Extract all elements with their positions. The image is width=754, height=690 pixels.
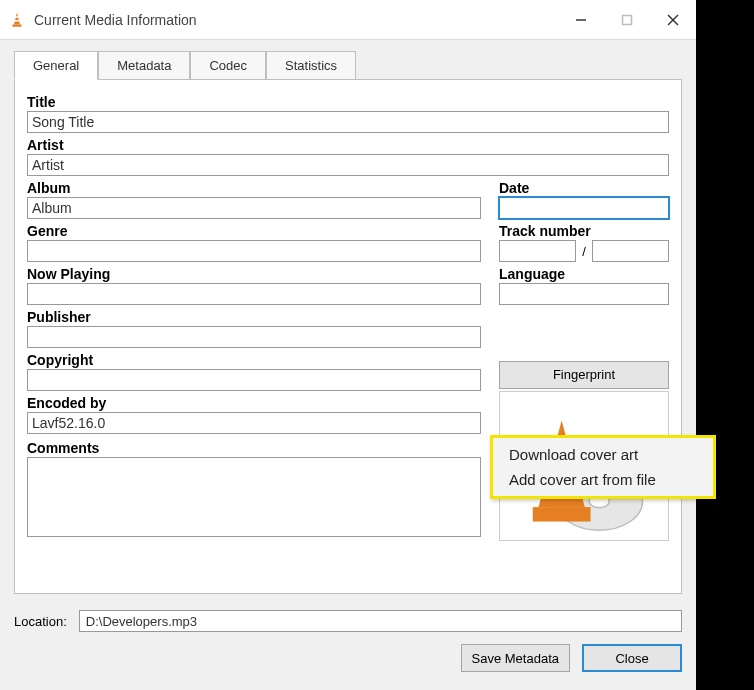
svg-rect-2 bbox=[14, 20, 19, 22]
fingerprint-cell: Fingerprint bbox=[499, 348, 669, 391]
date-label: Date bbox=[499, 180, 669, 196]
location-label: Location: bbox=[14, 614, 67, 629]
comments-label: Comments bbox=[27, 440, 481, 456]
artist-group: Artist bbox=[27, 133, 669, 176]
cover-art-context-menu: Download cover art Add cover art from fi… bbox=[490, 435, 716, 499]
encoded-by-label: Encoded by bbox=[27, 395, 481, 411]
titlebar-controls bbox=[558, 0, 696, 39]
media-info-window: Current Media Information General Metada… bbox=[0, 0, 696, 690]
vlc-cone-icon bbox=[8, 11, 26, 29]
date-group: Date bbox=[499, 176, 669, 219]
svg-rect-1 bbox=[15, 16, 19, 18]
comments-textarea[interactable] bbox=[27, 457, 481, 537]
window-close-button[interactable] bbox=[650, 0, 696, 39]
track-total-input[interactable] bbox=[592, 240, 669, 262]
track-number-label: Track number bbox=[499, 223, 669, 239]
maximize-icon bbox=[621, 14, 633, 26]
title-group: Title bbox=[27, 90, 669, 133]
now-playing-input[interactable] bbox=[27, 283, 481, 305]
genre-group: Genre bbox=[27, 219, 481, 262]
tabpanel-general: Title Artist Album Date bbox=[14, 79, 682, 594]
tab-codec[interactable]: Codec bbox=[190, 51, 266, 80]
language-input[interactable] bbox=[499, 283, 669, 305]
copyright-label: Copyright bbox=[27, 352, 481, 368]
track-separator: / bbox=[582, 244, 586, 259]
svg-rect-0 bbox=[13, 24, 22, 26]
album-input[interactable] bbox=[27, 197, 481, 219]
language-group: Language bbox=[499, 262, 669, 305]
genre-label: Genre bbox=[27, 223, 481, 239]
encoded-by-group: Encoded by bbox=[27, 391, 481, 436]
maximize-button[interactable] bbox=[604, 0, 650, 39]
title-input[interactable] bbox=[27, 111, 669, 133]
tab-statistics[interactable]: Statistics bbox=[266, 51, 356, 80]
track-number-input[interactable] bbox=[499, 240, 576, 262]
title-label: Title bbox=[27, 94, 669, 110]
artist-input[interactable] bbox=[27, 154, 669, 176]
location-row: Location: bbox=[14, 610, 682, 632]
location-input[interactable] bbox=[79, 610, 682, 632]
close-button[interactable]: Close bbox=[582, 644, 682, 672]
album-group: Album bbox=[27, 176, 481, 219]
minimize-icon bbox=[575, 14, 587, 26]
now-playing-group: Now Playing bbox=[27, 262, 481, 305]
save-metadata-button[interactable]: Save Metadata bbox=[461, 644, 570, 672]
svg-rect-9 bbox=[533, 507, 591, 521]
language-label: Language bbox=[499, 266, 669, 282]
minimize-button[interactable] bbox=[558, 0, 604, 39]
close-icon bbox=[666, 13, 680, 27]
copyright-group: Copyright bbox=[27, 348, 481, 391]
track-number-group: Track number / bbox=[499, 219, 669, 262]
copyright-input[interactable] bbox=[27, 369, 481, 391]
window-title: Current Media Information bbox=[34, 12, 558, 28]
publisher-label: Publisher bbox=[27, 309, 481, 325]
content-area: General Metadata Codec Statistics Title … bbox=[0, 40, 696, 600]
now-playing-label: Now Playing bbox=[27, 266, 481, 282]
footer-button-row: Save Metadata Close bbox=[14, 644, 682, 672]
tab-row: General Metadata Codec Statistics bbox=[14, 51, 682, 80]
tab-metadata[interactable]: Metadata bbox=[98, 51, 190, 80]
genre-input[interactable] bbox=[27, 240, 481, 262]
menu-add-cover-art-from-file[interactable]: Add cover art from file bbox=[495, 467, 711, 492]
footer: Location: Save Metadata Close bbox=[0, 600, 696, 690]
encoded-by-input[interactable] bbox=[27, 412, 481, 434]
publisher-input[interactable] bbox=[27, 326, 481, 348]
comments-group: Comments bbox=[27, 436, 481, 542]
artist-label: Artist bbox=[27, 137, 669, 153]
publisher-group: Publisher bbox=[27, 305, 481, 348]
svg-rect-4 bbox=[623, 15, 632, 24]
tab-general[interactable]: General bbox=[14, 51, 98, 80]
menu-download-cover-art[interactable]: Download cover art bbox=[495, 442, 711, 467]
album-label: Album bbox=[27, 180, 481, 196]
fingerprint-button[interactable]: Fingerprint bbox=[499, 361, 669, 389]
date-input[interactable] bbox=[499, 197, 669, 219]
titlebar: Current Media Information bbox=[0, 0, 696, 40]
